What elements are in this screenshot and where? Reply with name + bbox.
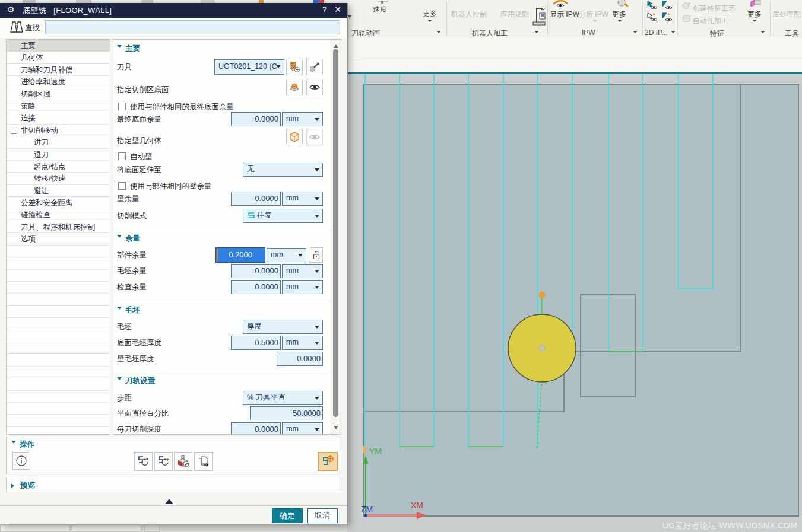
tree-item[interactable]: 策略 xyxy=(7,100,110,112)
select-wall-button[interactable] xyxy=(286,129,303,145)
final-floor-stock-unit[interactable]: mm xyxy=(282,112,323,126)
graphics-viewport[interactable]: YM XM ZM UG爱好者论坛 WWW.UGSNX.COM xyxy=(347,37,802,532)
blank-stock-input[interactable]: 0.0000 xyxy=(231,264,281,278)
tree-item[interactable]: 进刀 xyxy=(7,136,110,148)
more-animation-button[interactable]: 更多 xyxy=(423,9,437,19)
section-preview[interactable]: 预览 xyxy=(11,480,35,490)
final-floor-stock-input[interactable]: 0.0000 xyxy=(231,112,281,126)
find-input[interactable] xyxy=(45,20,340,34)
postprocess-button[interactable]: 后处理配 xyxy=(772,9,801,20)
cancel-button[interactable]: 取消 xyxy=(307,508,338,523)
blank-stock-unit[interactable]: mm xyxy=(282,264,323,278)
section-path-settings[interactable]: 刀轨设置 xyxy=(117,376,155,386)
group-caret-icon[interactable] xyxy=(436,31,441,36)
tree-item[interactable]: 起点/钻点 xyxy=(7,161,110,173)
new-tool-button[interactable] xyxy=(286,59,303,75)
depth-per-cut-unit[interactable]: mm xyxy=(282,422,323,435)
floor-blank-unit[interactable]: mm xyxy=(282,336,323,350)
section-actions[interactable]: 操作 xyxy=(11,439,34,450)
create-feature-process-button[interactable]: 创建特征工艺 xyxy=(693,4,736,14)
more-ipw-button[interactable]: 更多 xyxy=(612,9,626,20)
analyze-ipw-button[interactable]: 分析 IPW xyxy=(579,9,608,20)
tool-select[interactable]: UGT0201_120 (C xyxy=(214,59,284,75)
tree-item[interactable]: 几何体 xyxy=(7,52,110,63)
section-main[interactable]: 主要 xyxy=(117,44,140,54)
tree-item[interactable]: 刀具、程序和机床控制 xyxy=(7,221,110,233)
apply-rules-button[interactable]: 应用规则 xyxy=(500,9,529,20)
more-feature-button[interactable]: 更多 xyxy=(747,9,762,20)
collapse-dialog-icon[interactable] xyxy=(165,495,173,504)
feature-more-icon[interactable] xyxy=(749,0,762,7)
generate-selected-button[interactable] xyxy=(318,452,338,471)
wall-stock-unit[interactable]: mm xyxy=(282,192,323,206)
robot-machine-icon[interactable] xyxy=(531,2,547,26)
group-caret-icon[interactable] xyxy=(633,31,638,36)
lock-button[interactable] xyxy=(310,247,323,263)
chevron-down-icon[interactable] xyxy=(427,20,432,24)
tree-item[interactable]: 进给率和速度 xyxy=(7,76,110,88)
ipw-eye-icon-3[interactable] xyxy=(646,12,659,23)
check-stock-input[interactable]: 0.0000 xyxy=(231,280,281,294)
output-toolpath-button[interactable] xyxy=(194,452,213,471)
tree-item[interactable]: 主要 xyxy=(7,40,110,52)
edit-tool-button[interactable] xyxy=(306,59,323,75)
tree-item[interactable]: 连接 xyxy=(7,112,110,124)
robot-control-button[interactable]: 机器人控制 xyxy=(451,9,487,20)
section-blank[interactable]: 毛坯 xyxy=(117,305,140,316)
replay-toolpath-button[interactable] xyxy=(154,452,173,471)
wall-stock-input[interactable]: 0.0000 xyxy=(231,192,281,206)
chevron-down-icon[interactable] xyxy=(752,20,757,24)
cut-pattern-select[interactable]: 往复 xyxy=(243,209,323,223)
more-ipw-gear-icon[interactable] xyxy=(616,0,629,7)
help-button[interactable]: ? xyxy=(319,5,331,14)
ok-button[interactable]: 确定 xyxy=(272,508,303,523)
scroll-up-icon[interactable] xyxy=(334,42,338,48)
same-floor-stock-checkbox[interactable] xyxy=(118,103,126,110)
section-stock[interactable]: 余量 xyxy=(117,234,140,244)
chevron-down-icon[interactable] xyxy=(617,20,622,24)
tree-item[interactable]: 公差和安全距离 xyxy=(7,197,110,209)
part-stock-input[interactable]: 0.2000 xyxy=(215,247,265,263)
generate-toolpath-button[interactable] xyxy=(134,452,153,471)
group-caret-icon[interactable] xyxy=(534,31,539,36)
scrollbar-thumb[interactable] xyxy=(333,49,338,417)
ipw-eye-icon-4[interactable] xyxy=(661,12,674,23)
tree-item[interactable]: 转移/快速 xyxy=(7,173,110,184)
tree-item[interactable]: 刀轴和刀具补偿 xyxy=(7,64,110,76)
depth-per-cut-input[interactable]: 0.0000 xyxy=(231,422,281,435)
show-ipw-icon[interactable] xyxy=(552,0,569,8)
speed-button[interactable]: 速度 xyxy=(373,5,387,15)
dropdown-caret-icon[interactable] xyxy=(347,15,352,20)
tree-item[interactable]: 碰撞检查 xyxy=(7,209,110,221)
percent-diameter-input[interactable]: 50.0000 xyxy=(250,406,323,420)
verify-toolpath-button[interactable] xyxy=(174,452,192,471)
ipw-eye-icon-2[interactable] xyxy=(661,1,674,11)
scroll-down-icon[interactable] xyxy=(334,426,338,432)
wall-blank-input[interactable]: 0.0000 xyxy=(277,352,323,366)
tree-item[interactable]: 非切削移动 xyxy=(7,125,110,136)
part-stock-unit[interactable]: mm xyxy=(267,248,306,262)
auto-wall-checkbox[interactable] xyxy=(118,152,126,160)
floor-blank-input[interactable]: 0.5000 xyxy=(231,336,281,350)
same-wall-stock-checkbox[interactable] xyxy=(118,182,126,190)
tree-item[interactable]: 选项 xyxy=(7,233,110,245)
tree-item[interactable]: 避让 xyxy=(7,185,110,197)
stepover-select[interactable]: % 刀具平直 xyxy=(243,391,323,405)
extend-floor-select[interactable]: 无 xyxy=(243,163,323,177)
tree-item[interactable]: 退刀 xyxy=(7,149,110,161)
blank-select[interactable]: 厚度 xyxy=(243,320,323,334)
ipw-eye-icon-1[interactable] xyxy=(646,1,659,11)
group-caret-icon[interactable] xyxy=(760,31,765,36)
check-stock-unit[interactable]: mm xyxy=(282,280,323,294)
panel-scrollbar[interactable] xyxy=(331,40,341,434)
group-caret-icon[interactable] xyxy=(671,31,676,36)
display-floor-button[interactable] xyxy=(306,79,323,95)
auto-hole-machining-button[interactable]: 自动孔加工 xyxy=(693,16,728,26)
close-button[interactable]: ✕ xyxy=(332,5,344,14)
dialog-titlebar[interactable]: ⚙ 底壁铣 - [FLOOR_WALL] ? ✕ xyxy=(0,3,347,18)
select-floor-button[interactable] xyxy=(286,79,303,95)
show-ipw-button[interactable]: 显示 IPW xyxy=(550,9,579,20)
tree-collapse-icon[interactable] xyxy=(11,128,17,134)
info-button[interactable] xyxy=(12,452,30,470)
tree-item[interactable]: 切削区域 xyxy=(7,88,110,100)
